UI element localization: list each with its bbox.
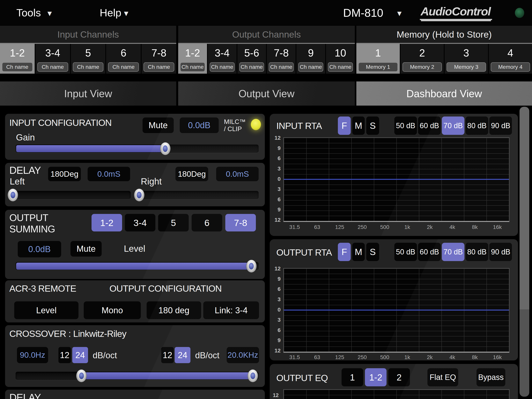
crossover-low-slope-12-button[interactable]: 12	[58, 347, 71, 363]
crossover-high-slope-12-button[interactable]: 12	[161, 347, 174, 363]
crossover-low-thumb[interactable]	[76, 369, 87, 382]
memory-tab-2[interactable]: 2 Memory 2	[400, 44, 444, 74]
output-channel-tab-7-8[interactable]: 7-8 Ch name	[267, 44, 296, 74]
rta-medium-button[interactable]: M	[352, 243, 365, 261]
summing-channel-7-8[interactable]: 7-8	[225, 214, 256, 232]
output-channel-tab-1-2[interactable]: 1-2 Ch name	[178, 44, 207, 74]
tick-label: 12	[275, 348, 281, 354]
eq-bypass-button[interactable]: Bypass	[476, 368, 505, 386]
crossover-high-slope-24-button[interactable]: 24	[175, 347, 190, 363]
output-mono-button[interactable]: Mono	[84, 301, 141, 319]
rta-80db-button[interactable]: 80 dB	[466, 243, 488, 261]
vertical-scrollbar-thumb[interactable]	[519, 107, 529, 309]
crossover-high-freq-box[interactable]: 20.0KHz	[227, 347, 259, 363]
channel-name-button[interactable]: Ch name	[239, 62, 264, 72]
tick-label: 16k	[486, 354, 509, 360]
gain-value-box[interactable]: 0.0dB	[180, 117, 219, 133]
tab-dashboard-view[interactable]: Dashboard View	[356, 81, 532, 106]
output-channel-tab-5-6[interactable]: 5-6 Ch name	[237, 44, 266, 74]
tick-label: 9	[278, 145, 281, 151]
memory-tab-1[interactable]: 1 Memory 1	[356, 44, 400, 74]
input-channel-tab-5[interactable]: 5 Ch name	[71, 44, 106, 74]
rta-slow-button[interactable]: S	[366, 116, 379, 135]
summing-level-value-box[interactable]: 0.0dB	[18, 241, 61, 257]
device-selector[interactable]: DM-810 ▼	[343, 0, 403, 25]
output-180deg-button[interactable]: 180 deg	[147, 301, 201, 319]
channel-name-button[interactable]: Ch name	[210, 62, 235, 72]
crossover-low-slope-24-button[interactable]: 24	[72, 347, 88, 363]
rta-90db-button[interactable]: 90 dB	[489, 243, 512, 261]
mute-button[interactable]: Mute	[143, 117, 174, 133]
crossover-high-thumb[interactable]	[247, 369, 258, 382]
channel-name-button[interactable]: Ch name	[269, 62, 294, 72]
memory-name-button[interactable]: Memory 4	[491, 62, 530, 72]
memory-name-button[interactable]: Memory 1	[358, 62, 398, 72]
delay-right-slider-thumb[interactable]	[134, 189, 145, 201]
delay-left-slider[interactable]	[11, 191, 131, 199]
memory-tab-4[interactable]: 4 Memory 4	[489, 44, 532, 74]
rta-fast-button[interactable]: F	[338, 116, 351, 135]
tick-label: 500	[374, 224, 396, 230]
rta-50db-button[interactable]: 50 dB	[394, 243, 417, 261]
channel-name-button[interactable]: Ch name	[298, 62, 323, 72]
rta-60db-button[interactable]: 60 dB	[418, 243, 441, 261]
rta-80db-button[interactable]: 80 dB	[466, 116, 488, 135]
delay-left-phase-button[interactable]: 180Deg	[48, 167, 81, 181]
summing-channel-5[interactable]: 5	[158, 214, 189, 232]
delay-left-time-box[interactable]: 0.0mS	[88, 167, 130, 181]
channel-name-button[interactable]: Ch name	[37, 62, 68, 72]
eq-channel-2-button[interactable]: 2	[388, 368, 410, 386]
output-link-button[interactable]: Link: 3-4	[203, 301, 259, 319]
rta-90db-button[interactable]: 90 dB	[489, 116, 512, 135]
summing-level-slider-thumb[interactable]	[246, 260, 257, 273]
channel-name-button[interactable]: Ch name	[328, 62, 353, 72]
tools-menu[interactable]: Tools ▼	[16, 0, 53, 25]
help-menu[interactable]: Help ▼	[100, 0, 130, 25]
summing-level-slider[interactable]	[16, 262, 259, 270]
crossover-low-freq-box[interactable]: 90.0Hz	[17, 347, 48, 363]
summing-channel-1-2[interactable]: 1-2	[92, 214, 122, 232]
rta-60db-button[interactable]: 60 dB	[418, 116, 441, 135]
delay-right-phase-button[interactable]: 180Deg	[176, 167, 208, 181]
channel-name-button[interactable]: Ch name	[108, 62, 139, 72]
eq-channel-1-2-button[interactable]: 1-2	[365, 368, 386, 386]
rta-medium-button[interactable]: M	[352, 116, 365, 135]
acr3-level-button[interactable]: Level	[14, 301, 78, 319]
delay-left-slider-thumb[interactable]	[8, 189, 18, 201]
rta-y-axis-labels: 12963036912	[271, 265, 281, 354]
rta-slow-button[interactable]: S	[366, 243, 379, 261]
memory-tab-3[interactable]: 3 Memory 3	[444, 44, 488, 74]
rta-fast-button[interactable]: F	[338, 243, 351, 261]
channel-name-button[interactable]: Ch name	[2, 62, 33, 72]
input-channel-tab-6[interactable]: 6 Ch name	[106, 44, 141, 74]
gain-slider[interactable]	[16, 145, 259, 153]
output-channel-tab-10[interactable]: 10 Ch name	[326, 44, 355, 74]
tab-input-view[interactable]: Input View	[0, 81, 176, 106]
output-channel-tab-9[interactable]: 9 Ch name	[296, 44, 325, 74]
channel-name-button[interactable]: Ch name	[180, 62, 205, 72]
rta-50db-button[interactable]: 50 dB	[394, 116, 417, 135]
gain-slider-thumb[interactable]	[160, 142, 171, 155]
rta-70db-button[interactable]: 70 dB	[442, 243, 464, 261]
delay-right-slider[interactable]	[137, 191, 259, 199]
memory-name-button[interactable]: Memory 3	[447, 62, 486, 72]
vertical-scrollbar-track-lower[interactable]	[519, 309, 529, 397]
delay-right-time-box[interactable]: 0.0mS	[216, 167, 259, 181]
summing-mute-button[interactable]: Mute	[70, 241, 102, 257]
eq-flat-button[interactable]: Flat EQ	[427, 368, 458, 386]
output-channel-tab-3-4[interactable]: 3-4 Ch name	[208, 44, 237, 74]
rta-70db-button[interactable]: 70 dB	[442, 116, 464, 135]
summing-channel-6[interactable]: 6	[192, 214, 222, 232]
crossover-range-slider[interactable]	[16, 372, 259, 380]
summing-channel-3-4[interactable]: 3-4	[125, 214, 155, 232]
channel-name-button[interactable]: Ch name	[144, 62, 174, 72]
input-channel-tab-7-8[interactable]: 7-8 Ch name	[142, 44, 176, 74]
channel-name-button[interactable]: Ch name	[73, 62, 104, 72]
tab-output-view[interactable]: Output View	[178, 81, 355, 106]
memory-title: Memory (Hold to Store)	[356, 26, 532, 43]
eq-channel-1-button[interactable]: 1	[342, 368, 363, 386]
input-rta-plot	[283, 137, 509, 222]
input-channel-tab-1-2[interactable]: 1-2 Ch name	[0, 44, 35, 74]
input-channel-tab-3-4[interactable]: 3-4 Ch name	[35, 44, 70, 74]
memory-name-button[interactable]: Memory 2	[403, 62, 442, 72]
